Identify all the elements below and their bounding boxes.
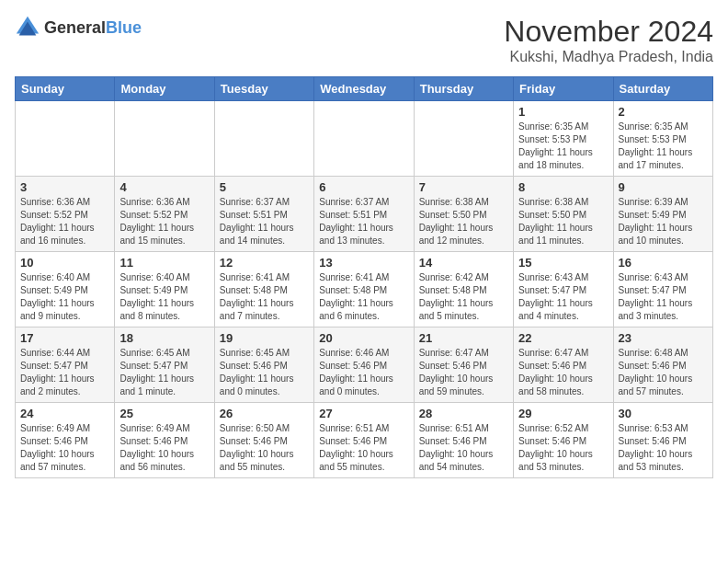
day-number: 27	[319, 407, 408, 420]
day-number: 17	[20, 331, 109, 345]
day-number: 21	[419, 331, 508, 345]
day-info: Sunrise: 6:39 AM Sunset: 5:49 PM Dayligh…	[619, 196, 708, 247]
calendar-cell: 26Sunrise: 6:50 AM Sunset: 5:46 PM Dayli…	[214, 403, 313, 478]
calendar-cell: 23Sunrise: 6:48 AM Sunset: 5:46 PM Dayli…	[613, 327, 712, 403]
day-info: Sunrise: 6:35 AM Sunset: 5:53 PM Dayligh…	[619, 121, 708, 172]
calendar-cell: 21Sunrise: 6:47 AM Sunset: 5:46 PM Dayli…	[414, 327, 513, 403]
day-number: 3	[20, 180, 109, 194]
calendar-cell: 15Sunrise: 6:43 AM Sunset: 5:47 PM Dayli…	[514, 252, 613, 327]
day-number: 12	[220, 256, 309, 270]
day-info: Sunrise: 6:45 AM Sunset: 5:46 PM Dayligh…	[220, 347, 309, 398]
day-info: Sunrise: 6:35 AM Sunset: 5:53 PM Dayligh…	[518, 121, 608, 172]
day-number: 19	[220, 331, 309, 345]
day-number: 30	[619, 407, 708, 420]
day-number: 23	[619, 331, 708, 345]
calendar-cell: 2Sunrise: 6:35 AM Sunset: 5:53 PM Daylig…	[613, 101, 712, 177]
calendar-cell: 22Sunrise: 6:47 AM Sunset: 5:46 PM Dayli…	[514, 327, 613, 403]
calendar-cell: 30Sunrise: 6:53 AM Sunset: 5:46 PM Dayli…	[613, 403, 712, 478]
calendar-week-row: 3Sunrise: 6:36 AM Sunset: 5:52 PM Daylig…	[16, 177, 713, 252]
calendar-cell: 14Sunrise: 6:42 AM Sunset: 5:48 PM Dayli…	[414, 252, 513, 327]
weekday-header-monday: Monday	[115, 77, 214, 101]
day-number: 28	[419, 407, 508, 420]
day-info: Sunrise: 6:41 AM Sunset: 5:48 PM Dayligh…	[220, 271, 309, 323]
calendar-cell	[414, 101, 513, 177]
day-info: Sunrise: 6:43 AM Sunset: 5:47 PM Dayligh…	[518, 271, 608, 323]
calendar-week-row: 17Sunrise: 6:44 AM Sunset: 5:47 PM Dayli…	[16, 327, 713, 403]
day-number: 11	[119, 256, 209, 270]
day-number: 14	[419, 256, 508, 270]
calendar-cell: 29Sunrise: 6:52 AM Sunset: 5:46 PM Dayli…	[514, 403, 613, 478]
calendar-cell: 5Sunrise: 6:37 AM Sunset: 5:51 PM Daylig…	[214, 177, 313, 252]
day-info: Sunrise: 6:42 AM Sunset: 5:48 PM Dayligh…	[419, 271, 508, 323]
weekday-header-row: SundayMondayTuesdayWednesdayThursdayFrid…	[16, 77, 713, 101]
day-info: Sunrise: 6:49 AM Sunset: 5:46 PM Dayligh…	[20, 422, 109, 474]
day-number: 20	[319, 331, 408, 345]
day-info: Sunrise: 6:38 AM Sunset: 5:50 PM Dayligh…	[419, 196, 508, 247]
day-info: Sunrise: 6:52 AM Sunset: 5:46 PM Dayligh…	[518, 422, 608, 474]
month-year-title: November 2024	[504, 15, 713, 49]
calendar-cell	[314, 101, 414, 177]
calendar-week-row: 10Sunrise: 6:40 AM Sunset: 5:49 PM Dayli…	[16, 252, 713, 327]
day-info: Sunrise: 6:45 AM Sunset: 5:47 PM Dayligh…	[119, 347, 209, 398]
day-info: Sunrise: 6:47 AM Sunset: 5:46 PM Dayligh…	[419, 347, 508, 398]
weekday-header-thursday: Thursday	[414, 77, 513, 101]
calendar-cell: 12Sunrise: 6:41 AM Sunset: 5:48 PM Dayli…	[214, 252, 313, 327]
day-number: 15	[518, 256, 608, 270]
day-info: Sunrise: 6:36 AM Sunset: 5:52 PM Dayligh…	[119, 196, 209, 247]
weekday-header-sunday: Sunday	[16, 77, 115, 101]
day-number: 7	[419, 180, 508, 194]
day-info: Sunrise: 6:40 AM Sunset: 5:49 PM Dayligh…	[119, 271, 209, 323]
calendar-cell: 3Sunrise: 6:36 AM Sunset: 5:52 PM Daylig…	[16, 177, 115, 252]
day-info: Sunrise: 6:38 AM Sunset: 5:50 PM Dayligh…	[518, 196, 608, 247]
day-number: 2	[619, 105, 708, 119]
day-number: 10	[20, 256, 109, 270]
weekday-header-wednesday: Wednesday	[314, 77, 414, 101]
calendar-cell: 19Sunrise: 6:45 AM Sunset: 5:46 PM Dayli…	[214, 327, 313, 403]
day-info: Sunrise: 6:50 AM Sunset: 5:46 PM Dayligh…	[220, 422, 309, 474]
day-info: Sunrise: 6:47 AM Sunset: 5:46 PM Dayligh…	[518, 347, 608, 398]
calendar-cell: 4Sunrise: 6:36 AM Sunset: 5:52 PM Daylig…	[115, 177, 214, 252]
weekday-header-friday: Friday	[514, 77, 613, 101]
day-info: Sunrise: 6:46 AM Sunset: 5:46 PM Dayligh…	[319, 347, 408, 398]
calendar-table: SundayMondayTuesdayWednesdayThursdayFrid…	[15, 76, 713, 478]
calendar-cell: 7Sunrise: 6:38 AM Sunset: 5:50 PM Daylig…	[414, 177, 513, 252]
day-number: 18	[119, 331, 209, 345]
calendar-cell: 17Sunrise: 6:44 AM Sunset: 5:47 PM Dayli…	[16, 327, 115, 403]
day-number: 13	[319, 256, 408, 270]
calendar-cell: 8Sunrise: 6:38 AM Sunset: 5:50 PM Daylig…	[514, 177, 613, 252]
day-info: Sunrise: 6:36 AM Sunset: 5:52 PM Dayligh…	[20, 196, 109, 247]
logo-text-general: General	[44, 18, 106, 37]
calendar-cell: 11Sunrise: 6:40 AM Sunset: 5:49 PM Dayli…	[115, 252, 214, 327]
day-info: Sunrise: 6:44 AM Sunset: 5:47 PM Dayligh…	[20, 347, 109, 398]
logo-text-blue: Blue	[106, 18, 142, 37]
day-number: 26	[220, 407, 309, 420]
calendar-cell: 20Sunrise: 6:46 AM Sunset: 5:46 PM Dayli…	[314, 327, 414, 403]
calendar-cell	[115, 101, 214, 177]
calendar-cell: 9Sunrise: 6:39 AM Sunset: 5:49 PM Daylig…	[613, 177, 712, 252]
day-number: 25	[119, 407, 209, 420]
calendar-cell: 16Sunrise: 6:43 AM Sunset: 5:47 PM Dayli…	[613, 252, 712, 327]
day-number: 16	[619, 256, 708, 270]
calendar-cell: 28Sunrise: 6:51 AM Sunset: 5:46 PM Dayli…	[414, 403, 513, 478]
calendar-week-row: 24Sunrise: 6:49 AM Sunset: 5:46 PM Dayli…	[16, 403, 713, 478]
logo-icon	[15, 15, 40, 40]
day-number: 8	[518, 180, 608, 194]
day-info: Sunrise: 6:37 AM Sunset: 5:51 PM Dayligh…	[220, 196, 309, 247]
day-info: Sunrise: 6:37 AM Sunset: 5:51 PM Dayligh…	[319, 196, 408, 247]
day-number: 4	[119, 180, 209, 194]
calendar-cell: 6Sunrise: 6:37 AM Sunset: 5:51 PM Daylig…	[314, 177, 414, 252]
day-info: Sunrise: 6:49 AM Sunset: 5:46 PM Dayligh…	[119, 422, 209, 474]
calendar-cell: 25Sunrise: 6:49 AM Sunset: 5:46 PM Dayli…	[115, 403, 214, 478]
calendar-week-row: 1Sunrise: 6:35 AM Sunset: 5:53 PM Daylig…	[16, 101, 713, 177]
location-subtitle: Kukshi, Madhya Pradesh, India	[504, 49, 713, 65]
calendar-cell	[16, 101, 115, 177]
calendar-cell: 24Sunrise: 6:49 AM Sunset: 5:46 PM Dayli…	[16, 403, 115, 478]
calendar-cell: 1Sunrise: 6:35 AM Sunset: 5:53 PM Daylig…	[514, 101, 613, 177]
calendar-cell: 27Sunrise: 6:51 AM Sunset: 5:46 PM Dayli…	[314, 403, 414, 478]
calendar-cell: 18Sunrise: 6:45 AM Sunset: 5:47 PM Dayli…	[115, 327, 214, 403]
logo: GeneralBlue	[15, 15, 142, 40]
day-info: Sunrise: 6:51 AM Sunset: 5:46 PM Dayligh…	[319, 422, 408, 474]
day-info: Sunrise: 6:41 AM Sunset: 5:48 PM Dayligh…	[319, 271, 408, 323]
day-info: Sunrise: 6:48 AM Sunset: 5:46 PM Dayligh…	[619, 347, 708, 398]
day-number: 24	[20, 407, 109, 420]
